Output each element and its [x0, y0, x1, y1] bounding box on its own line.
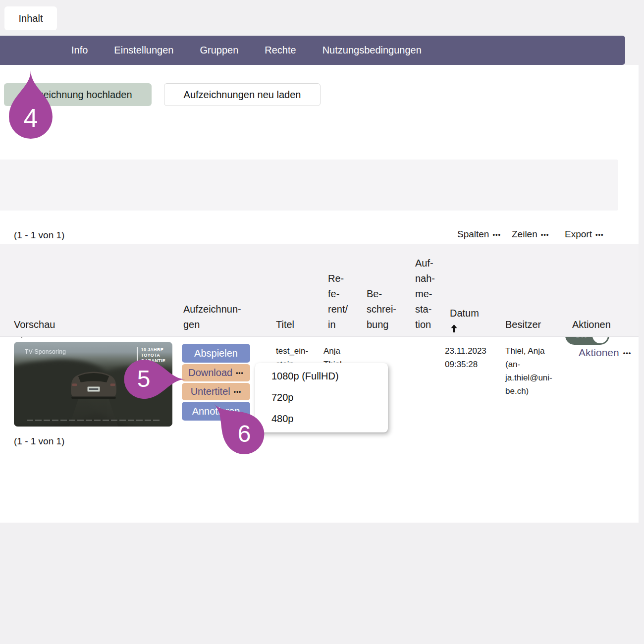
navbar-items: Info Einstellungen Gruppen Rechte Nutzun… — [0, 36, 625, 65]
callout-step-5: 5 — [121, 336, 166, 400]
callout-number: 5 — [121, 367, 166, 391]
callout-number: 4 — [6, 105, 55, 131]
column-header-aktionen: Aktionen — [572, 317, 611, 332]
callout-step-6: 6 — [221, 390, 267, 455]
sort-ascending-icon[interactable] — [451, 324, 457, 332]
cell-besitzer: Thiel, Anja (an- ja.thiel@uni- be.ch) — [505, 344, 552, 398]
callout-step-4: 4 — [6, 69, 55, 140]
menu-item-720p[interactable]: 720p — [255, 387, 388, 408]
columns-menu-button[interactable]: Spalten ••• — [457, 229, 501, 240]
columns-label: Spalten — [457, 229, 489, 240]
column-header-datum[interactable]: Datum — [450, 306, 479, 332]
tab-rechte[interactable]: Rechte — [265, 45, 296, 56]
download-label: Download — [188, 367, 232, 378]
more-options-icon: ••• — [236, 370, 244, 376]
column-header-titel[interactable]: Titel — [276, 317, 294, 332]
more-options-icon: ••• — [492, 231, 501, 238]
row-aktionen-button[interactable]: Aktionen ••• — [579, 347, 631, 359]
tab-inhalt-active[interactable]: Inhalt — [4, 6, 57, 30]
menu-item-1080p[interactable]: 1080p (FullHD) — [255, 366, 388, 387]
export-menu-button[interactable]: Export ••• — [565, 229, 604, 240]
rows-menu-button[interactable]: Zeilen ••• — [512, 229, 549, 240]
thumbnail-caption: TV-Sponsoring — [25, 348, 66, 355]
top-navbar: Info Einstellungen Gruppen Rechte Nutzun… — [0, 36, 625, 65]
tab-nutzungsbedingungen[interactable]: Nutzungsbedingungen — [322, 45, 422, 56]
column-header-aufnahmestation[interactable]: Auf- nah- me- sta- tion — [415, 256, 435, 332]
column-header-vorschau: Vorschau — [14, 317, 55, 332]
column-header-beschreibung[interactable]: Be- schrei- bung — [367, 286, 396, 332]
download-button[interactable]: Download ••• — [182, 364, 250, 381]
menu-item-480p[interactable]: 480p — [255, 408, 388, 429]
reload-recordings-button[interactable]: Aufzeichnungen neu laden — [164, 83, 321, 106]
thumbnail-fineprint — [27, 420, 160, 421]
tab-info[interactable]: Info — [71, 45, 88, 56]
column-header-referent[interactable]: Re- fe- rent/ in — [328, 271, 348, 332]
car-graphic — [66, 366, 121, 403]
column-header-besitzer[interactable]: Besitzer — [505, 317, 541, 332]
more-options-icon: ••• — [541, 231, 549, 238]
export-label: Export — [565, 229, 592, 240]
abspielen-button[interactable]: Abspielen — [182, 344, 250, 363]
tab-gruppen[interactable]: Gruppen — [200, 45, 238, 56]
rows-label: Zeilen — [512, 229, 537, 240]
callout-number: 6 — [221, 422, 267, 446]
tab-einstellungen[interactable]: Einstellungen — [114, 45, 173, 56]
cell-datum: 23.11.2023 09:35:28 — [445, 344, 486, 371]
row-aktionen-label: Aktionen — [579, 347, 619, 359]
more-options-icon: ••• — [623, 349, 632, 357]
more-options-icon: ••• — [595, 231, 604, 238]
filter-panel: Filter ON Titel: test — [0, 160, 618, 211]
result-count-bottom: (1 - 1 von 1) — [14, 436, 64, 447]
download-resolution-menu: 1080p (FullHD) 720p 480p — [255, 363, 388, 432]
datum-label: Datum — [450, 306, 479, 321]
column-header-aufzeichnungen: Aufzeichnun- gen — [183, 302, 241, 332]
result-count-top: (1 - 1 von 1) — [14, 230, 64, 241]
table-header: Vorschau Aufzeichnun- gen Titel Re- fe- … — [0, 244, 639, 337]
